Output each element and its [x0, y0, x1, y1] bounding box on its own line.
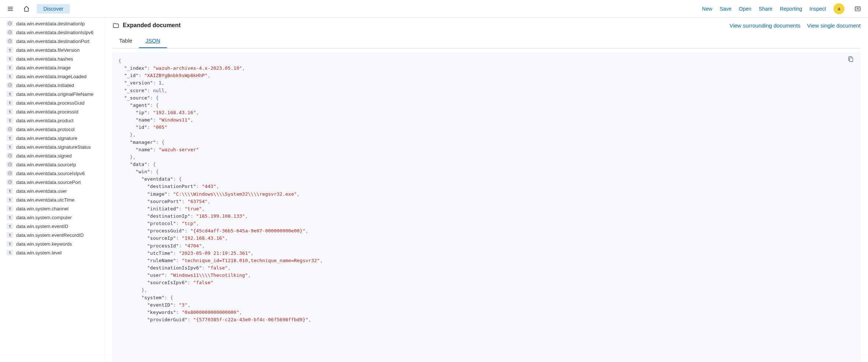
text-type-icon: t	[7, 73, 13, 79]
json-content: { "_index": "wazuh-archives-4.x-2023.05.…	[118, 57, 855, 323]
field-name: data.win.system.computer	[16, 215, 72, 220]
tab-json[interactable]: JSON	[139, 34, 167, 48]
field-row[interactable]: tdata.win.eventdata.signatureStatus	[4, 142, 105, 151]
topbar-new[interactable]: New	[702, 6, 712, 12]
svg-rect-15	[850, 58, 853, 62]
clock-icon	[7, 153, 13, 159]
field-row[interactable]: data.win.eventdata.destinationIsIpv6	[4, 28, 105, 37]
field-row[interactable]: tdata.win.eventdata.processId	[4, 107, 105, 116]
json-viewer: { "_index": "wazuh-archives-4.x-2023.05.…	[112, 52, 861, 362]
field-name: data.win.eventdata.imageLoaded	[16, 74, 87, 79]
clock-icon	[7, 126, 13, 132]
clock-icon	[7, 29, 13, 35]
field-name: data.win.eventdata.initiated	[16, 83, 74, 88]
copy-button[interactable]	[847, 56, 856, 64]
field-row[interactable]: tdata.win.system.eventRecordID	[4, 231, 105, 239]
field-name: data.win.system.eventRecordID	[16, 232, 84, 238]
view-single-link[interactable]: View single document	[807, 22, 861, 29]
topbar-right: New Save Open Share Reporting Inspect a	[702, 3, 864, 15]
panel-header: Expanded document View surrounding docum…	[112, 22, 861, 29]
field-row[interactable]: tdata.win.system.channel	[4, 204, 105, 213]
field-row[interactable]: data.win.eventdata.destinationPort	[4, 37, 105, 46]
field-name: data.win.eventdata.originalFileName	[16, 91, 93, 97]
hamburger-icon	[7, 6, 14, 12]
text-type-icon: t	[7, 250, 13, 256]
home-button[interactable]	[21, 3, 32, 15]
field-row[interactable]: data.win.eventdata.sourceIp	[4, 160, 105, 169]
field-name: data.win.eventdata.processGuid	[16, 100, 85, 106]
avatar[interactable]: a	[833, 3, 844, 14]
layout: data.win.eventdata.destinationIpdata.win…	[0, 18, 868, 362]
field-name: data.win.eventdata.signatureStatus	[16, 144, 91, 150]
field-row[interactable]: tdata.win.eventdata.user	[4, 187, 105, 195]
text-type-icon: t	[7, 117, 13, 123]
field-row[interactable]: data.win.eventdata.signed	[4, 151, 105, 160]
field-name: data.win.eventdata.signature	[16, 135, 77, 141]
field-name: data.win.eventdata.utcTime	[16, 197, 75, 203]
fields-sidebar: data.win.eventdata.destinationIpdata.win…	[0, 18, 105, 362]
text-type-icon: t	[7, 223, 13, 229]
folder-icon	[112, 22, 119, 29]
field-name: data.win.eventdata.sourcePort	[16, 180, 81, 185]
field-name: data.win.eventdata.destinationIp	[16, 21, 85, 26]
text-type-icon: t	[7, 135, 13, 141]
text-type-icon: t	[7, 214, 13, 220]
panel-links: View surrounding documents View single d…	[729, 22, 861, 29]
discover-badge[interactable]: Discover	[37, 4, 70, 14]
text-type-icon: t	[7, 65, 13, 70]
field-row[interactable]: tdata.win.system.keywords	[4, 239, 105, 248]
clock-icon	[7, 162, 13, 167]
topbar-open[interactable]: Open	[739, 6, 751, 12]
field-row[interactable]: tdata.win.eventdata.imageLoaded	[4, 72, 105, 81]
svg-rect-3	[855, 7, 860, 11]
field-row[interactable]: tdata.win.system.eventID	[4, 222, 105, 231]
field-name: data.win.eventdata.protocol	[16, 127, 75, 132]
topbar-share[interactable]: Share	[759, 6, 772, 12]
field-name: data.win.eventdata.user	[16, 188, 67, 194]
field-name: data.win.system.level	[16, 250, 62, 256]
text-type-icon: t	[7, 100, 13, 106]
field-row[interactable]: data.win.eventdata.protocol	[4, 125, 105, 134]
field-name: data.win.eventdata.fileVersion	[16, 47, 80, 53]
field-row[interactable]: tdata.win.eventdata.product	[4, 116, 105, 125]
field-name: data.win.system.channel	[16, 206, 68, 211]
field-row[interactable]: tdata.win.eventdata.signature	[4, 134, 105, 142]
field-name: data.win.eventdata.sourceIp	[16, 162, 76, 167]
field-row[interactable]: tdata.win.eventdata.hashes	[4, 54, 105, 63]
field-row[interactable]: tdata.win.system.computer	[4, 213, 105, 222]
field-name: data.win.system.eventID	[16, 224, 68, 229]
home-icon	[23, 6, 30, 12]
topbar: Discover New Save Open Share Reporting I…	[0, 0, 868, 18]
field-row[interactable]: tdata.win.system.level	[4, 248, 105, 257]
clock-icon	[7, 82, 13, 88]
main-panel: Expanded document View surrounding docum…	[105, 18, 868, 362]
text-type-icon: t	[7, 91, 13, 97]
field-row[interactable]: tdata.win.eventdata.image	[4, 63, 105, 72]
field-row[interactable]: tdata.win.eventdata.utcTime	[4, 195, 105, 204]
clock-icon	[7, 38, 13, 44]
clock-icon	[7, 179, 13, 185]
text-type-icon: t	[7, 47, 13, 53]
doc-tabs: Table JSON	[112, 34, 861, 48]
menu-button[interactable]	[4, 3, 16, 15]
text-type-icon: t	[7, 206, 13, 211]
view-surrounding-link[interactable]: View surrounding documents	[729, 22, 800, 29]
field-row[interactable]: data.win.eventdata.sourceIsIpv6	[4, 169, 105, 178]
topbar-inspect[interactable]: Inspect	[810, 6, 826, 12]
text-type-icon: t	[7, 56, 13, 62]
field-name: data.win.eventdata.sourceIsIpv6	[16, 171, 85, 176]
topbar-reporting[interactable]: Reporting	[780, 6, 802, 12]
field-row[interactable]: tdata.win.eventdata.processGuid	[4, 98, 105, 107]
topbar-left: Discover	[4, 3, 70, 15]
field-name: data.win.eventdata.product	[16, 118, 74, 123]
text-type-icon: t	[7, 144, 13, 150]
field-row[interactable]: tdata.win.eventdata.originalFileName	[4, 90, 105, 98]
field-row[interactable]: data.win.eventdata.initiated	[4, 81, 105, 90]
newsfeed-button[interactable]	[852, 3, 864, 15]
field-row[interactable]: tdata.win.eventdata.fileVersion	[4, 46, 105, 54]
field-row[interactable]: data.win.eventdata.sourcePort	[4, 178, 105, 187]
panel-title: Expanded document	[123, 22, 181, 29]
topbar-save[interactable]: Save	[720, 6, 732, 12]
field-row[interactable]: data.win.eventdata.destinationIp	[4, 19, 105, 28]
tab-table[interactable]: Table	[112, 34, 139, 48]
